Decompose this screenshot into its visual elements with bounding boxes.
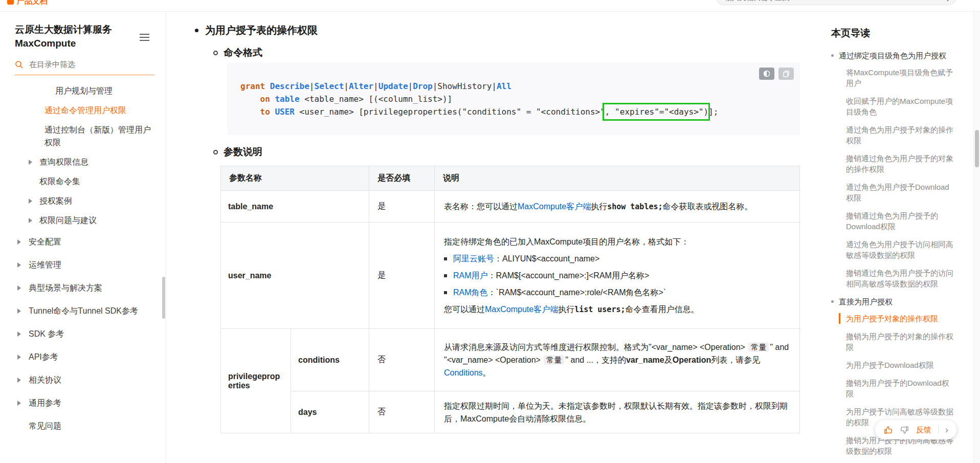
table-header-row: 参数名称 是否必填 说明 (221, 166, 800, 191)
parameters-heading: 参数说明 (213, 145, 812, 159)
triangle-right-icon[interactable] (17, 378, 21, 383)
sidebar-item[interactable]: 查询权限信息 (0, 152, 166, 172)
product-docs-link[interactable]: 产品文档 (7, 0, 48, 6)
feedback-button[interactable]: 反馈 (916, 425, 931, 435)
copy-code-button[interactable] (778, 68, 794, 80)
code-line: on table <table_name> [(<column_list>)] (240, 93, 790, 105)
toc-item[interactable]: 通过角色为用户授予访问相同高敏感等级数据的权限 (839, 239, 954, 260)
toc-item[interactable]: 为用户授予Download权限 (839, 360, 954, 370)
global-search-box[interactable] (716, 0, 956, 5)
triangle-right-icon[interactable] (17, 332, 21, 337)
doc-link[interactable]: MaxCompute客户端 (485, 305, 558, 314)
triangle-right-icon[interactable] (17, 401, 21, 406)
theme-toggle-button[interactable] (759, 68, 774, 80)
copy-icon (782, 70, 790, 78)
chevron-right-icon[interactable]: › (945, 425, 948, 434)
theme-toggle-icon (763, 70, 771, 78)
thumbs-down-icon[interactable] (900, 425, 909, 435)
toc-item[interactable]: 撤销通过角色为用户授予的对象的操作权限 (839, 153, 954, 174)
toc-item[interactable]: 撤销为用户授予的Download权限 (839, 378, 954, 399)
toc-item[interactable]: 通过角色为用户授予Download权限 (839, 182, 954, 203)
desc-cell: 指定权限过期时间，单位为天。未指定该参数时，权限默认长期有效。指定该参数时，权限… (435, 391, 800, 433)
toc-item[interactable]: 收回赋予用户的MaxCompute项目级角色 (839, 96, 954, 117)
doc-link[interactable]: 阿里云账号 (453, 254, 494, 263)
page-scrollbar-thumb[interactable] (975, 130, 979, 167)
search-icon[interactable] (941, 0, 949, 2)
sidebar-item[interactable]: 用户规划与管理 (0, 81, 166, 101)
sidebar-item[interactable]: 权限问题与建议 (0, 211, 166, 230)
sidebar-item-label: 用户规划与管理 (55, 86, 113, 95)
toc-item[interactable]: 通过角色为用户授予对象的操作权限 (839, 124, 954, 146)
triangle-right-icon[interactable] (17, 285, 21, 291)
text: 。 (483, 368, 491, 377)
text: 表名称：您可以通过 (444, 202, 518, 211)
bullet-square-icon (444, 291, 447, 294)
text: " and ...，支持的 (565, 356, 626, 364)
toc-section-link[interactable]: 直接为用户授权 (831, 296, 954, 307)
thumbs-up-icon[interactable] (883, 425, 893, 435)
doc-link[interactable]: RAM角色 (453, 288, 488, 297)
toc-filter-box[interactable] (15, 59, 154, 75)
doc-link[interactable]: Conditions (444, 368, 483, 377)
triangle-right-icon[interactable] (17, 308, 21, 314)
bullet-dot-icon (831, 300, 834, 303)
required-cell: 是 (369, 223, 435, 329)
sidebar-item-label: API参考 (29, 352, 58, 361)
toc-filter-input[interactable] (28, 59, 154, 69)
sidebar-item[interactable]: 安全配置 (0, 230, 166, 253)
code-line: grant Describe|Select|Alter|Update|Drop|… (240, 80, 790, 93)
sidebar-item[interactable]: 运维管理 (0, 253, 166, 276)
sidebar-item[interactable]: 相关协议 (0, 368, 166, 391)
toc-item[interactable]: 将MaxCompute项目级角色赋予用户 (839, 67, 954, 89)
sidebar-item-label: 运维管理 (29, 260, 61, 269)
toc-list: 通过绑定项目级角色为用户授权将MaxCompute项目级角色赋予用户收回赋予用户… (831, 50, 954, 463)
sidebar-item[interactable]: 权限命令集 (0, 172, 166, 191)
sidebar-item-label: 权限命令集 (39, 177, 80, 186)
toc-section: 通过绑定项目级角色为用户授权将MaxCompute项目级角色赋予用户收回赋予用户… (831, 50, 954, 289)
triangle-right-icon[interactable] (29, 199, 32, 204)
param-name-cell: table_name (221, 191, 369, 223)
text: 命令查看用户信息。 (626, 305, 699, 314)
text: 命令获取表或视图名称。 (663, 202, 753, 211)
sql-code[interactable]: grant Describe|Select|Alter|Update|Drop|… (240, 80, 790, 118)
desc-cell: 指定待绑定角色的已加入MaxCompute项目的用户名称，格式如下：阿里云账号：… (435, 223, 800, 329)
sidebar-item[interactable]: 通过命令管理用户权限 (0, 101, 166, 120)
sidebar-item[interactable]: 典型场景与解决方案 (0, 276, 166, 299)
triangle-right-icon[interactable] (17, 355, 21, 360)
sidebar-item-label: 查询权限信息 (39, 158, 88, 166)
toc-section-link[interactable]: 通过绑定项目级角色为用户授权 (831, 50, 954, 61)
triangle-right-icon[interactable] (29, 160, 32, 165)
page-scrollbar[interactable] (973, 11, 980, 463)
hamburger-icon[interactable] (140, 32, 149, 43)
sidebar-item[interactable]: 常见问题 (0, 414, 166, 437)
param-name-cell: user_name (221, 223, 369, 329)
table-row: user_name 是 指定待绑定角色的已加入MaxCompute项目的用户名称… (221, 223, 800, 329)
triangle-right-icon[interactable] (17, 262, 21, 268)
list-item: RAM用户：RAM$[<account_name>:]<RAM用户名称> (444, 269, 790, 282)
sidebar-item[interactable]: API参考 (0, 345, 166, 368)
sidebar-item[interactable]: Tunnel命令与Tunnel SDK参考 (0, 299, 166, 322)
toc-item[interactable]: 为用户授予对象的操作权限 (839, 313, 954, 324)
triangle-right-icon[interactable] (29, 218, 32, 223)
sidebar-item-label: 权限问题与建议 (39, 216, 97, 225)
sidebar-item[interactable]: 通用参考 (0, 391, 166, 414)
doc-link[interactable]: RAM用户 (453, 271, 488, 280)
text: ：RAM$[<account_name>:]<RAM用户名称> (488, 271, 650, 280)
table-row: table_name 是 表名称：您可以通过MaxCompute客户端执行sho… (221, 191, 800, 223)
text: 指定待绑定角色的已加入MaxCompute项目的用户名称，格式如下： (444, 237, 689, 246)
toc-item[interactable]: 撤销为用户授予的对象的操作权限 (839, 331, 954, 352)
sidebar-item[interactable]: 授权案例 (0, 191, 166, 211)
global-search-input[interactable] (724, 0, 941, 2)
brand-label: 产品文档 (17, 0, 48, 6)
page-toc: 本页导读 通过绑定项目级角色为用户授权将MaxCompute项目级角色赋予用户收… (816, 11, 973, 463)
col-header-param: 参数名称 (221, 166, 369, 191)
doc-link[interactable]: MaxCompute客户端 (518, 202, 591, 211)
sidebar-scrollbar-thumb[interactable] (162, 277, 165, 319)
sidebar-item[interactable]: 通过控制台（新版）管理用户权限 (0, 120, 166, 152)
toc-item[interactable]: 撤销通过角色为用户授予的访问相同高敏感等级数据的权限 (839, 268, 954, 289)
paragraph: 您可以通过MaxCompute客户端执行list users;命令查看用户信息。 (444, 303, 790, 316)
sidebar-item[interactable]: SDK 参考 (0, 322, 166, 345)
sidebar-item-label: 常见问题 (29, 422, 61, 430)
triangle-right-icon[interactable] (17, 239, 21, 245)
toc-item[interactable]: 撤销通过角色为用户授予的Download权限 (839, 210, 954, 232)
